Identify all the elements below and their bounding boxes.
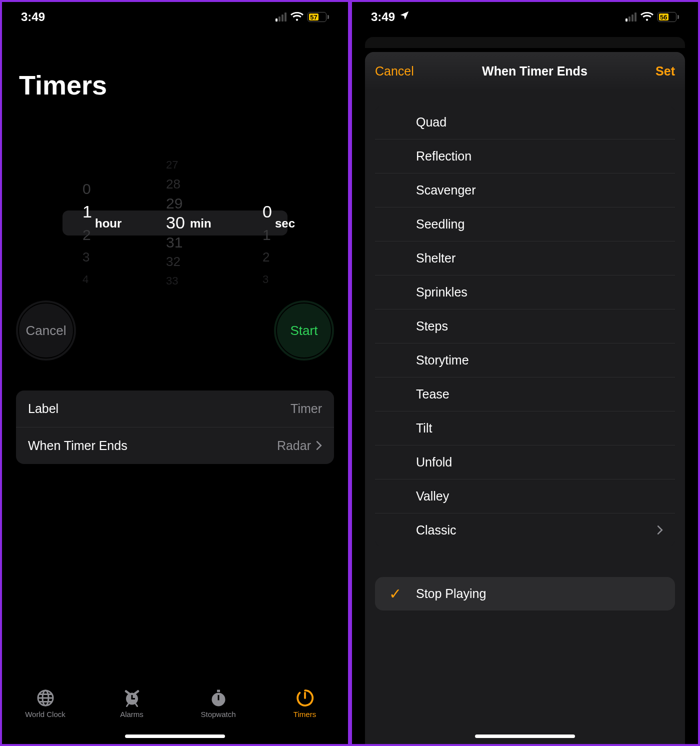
tab-timers[interactable]: Timers — [275, 689, 335, 718]
page-title: Timers — [19, 70, 340, 100]
check-icon: ✓ — [389, 585, 402, 602]
picker-hours-column[interactable]: 0 1 2 3 4 hour — [40, 156, 130, 290]
svg-line-8 — [126, 692, 129, 694]
status-bar: 3:49 56 — [360, 2, 690, 32]
signal-icon — [626, 12, 636, 22]
tab-bar: World Clock Alarms Stopwatch Timers — [2, 684, 348, 744]
svg-line-10 — [126, 704, 128, 706]
home-indicator[interactable] — [475, 734, 575, 738]
start-button[interactable]: Start — [274, 300, 334, 360]
label-row-title: Label — [28, 402, 58, 416]
svg-rect-7 — [131, 698, 135, 700]
svg-line-9 — [135, 692, 138, 694]
sound-option-shelter[interactable]: Shelter — [375, 242, 675, 276]
wifi-icon — [290, 10, 304, 24]
sound-option-tilt[interactable]: Tilt — [375, 412, 675, 446]
modal-set-button[interactable]: Set — [656, 64, 675, 78]
ends-row-title: When Timer Ends — [28, 438, 128, 453]
signal-icon — [276, 12, 286, 22]
sound-option-classic[interactable]: Classic — [375, 514, 675, 547]
tab-world-clock[interactable]: World Clock — [16, 689, 76, 718]
duration-picker[interactable]: 0 1 2 3 4 hour 27 28 29 30 31 32 33 min — [22, 156, 328, 290]
label-row-value: Timer — [290, 402, 322, 416]
timer-icon — [296, 689, 314, 707]
picker-hours-value: 1 — [82, 200, 92, 224]
tab-stopwatch[interactable]: Stopwatch — [188, 689, 248, 718]
picker-minutes-label: min — [190, 216, 212, 230]
sound-option-reflection[interactable]: Reflection — [375, 140, 675, 174]
location-icon — [399, 10, 410, 24]
cancel-button[interactable]: Cancel — [16, 300, 76, 360]
battery-icon: 56 — [658, 12, 679, 22]
battery-icon: 57 — [308, 12, 329, 22]
sound-option-unfold[interactable]: Unfold — [375, 446, 675, 480]
picker-seconds-column[interactable]: 0 1 2 3 sec — [220, 156, 310, 290]
sound-option-steps[interactable]: Steps — [375, 310, 675, 344]
sound-option-storytime[interactable]: Storytime — [375, 344, 675, 378]
svg-line-11 — [136, 704, 137, 706]
tab-alarms[interactable]: Alarms — [102, 689, 162, 718]
sheet-background-layer — [365, 37, 685, 48]
picker-hours-label: hour — [95, 216, 122, 230]
stop-playing-section: ✓ Stop Playing — [375, 577, 675, 610]
status-time: 3:49 — [21, 10, 45, 24]
wifi-icon — [640, 10, 654, 24]
sound-option-scavenger[interactable]: Scavenger — [375, 174, 675, 208]
stop-playing-option[interactable]: ✓ Stop Playing — [375, 577, 675, 610]
status-time: 3:49 — [371, 10, 395, 24]
modal-title: When Timer Ends — [482, 64, 588, 78]
modal-cancel-button[interactable]: Cancel — [375, 64, 414, 78]
ends-row-value: Radar — [277, 438, 311, 453]
home-indicator[interactable] — [125, 734, 225, 738]
svg-rect-14 — [218, 695, 219, 700]
sound-option-quad[interactable]: Quad — [375, 106, 675, 140]
sound-option-valley[interactable]: Valley — [375, 480, 675, 514]
sound-list: Quad Reflection Scavenger Seedling Shelt… — [375, 106, 675, 547]
label-row[interactable]: Label Timer — [16, 390, 334, 428]
chevron-right-icon — [316, 438, 322, 453]
svg-rect-13 — [217, 690, 220, 692]
picker-minutes-column[interactable]: 27 28 29 30 31 32 33 min — [130, 156, 220, 290]
sound-option-tease[interactable]: Tease — [375, 378, 675, 412]
when-timer-ends-modal: Cancel When Timer Ends Set Quad Reflecti… — [365, 52, 685, 744]
picker-minutes-value: 30 — [166, 213, 185, 234]
alarm-icon — [123, 689, 141, 707]
sound-option-seedling[interactable]: Seedling — [375, 208, 675, 242]
picker-seconds-value: 0 — [262, 200, 272, 224]
status-bar: 3:49 57 — [10, 2, 340, 32]
sound-option-sprinkles[interactable]: Sprinkles — [375, 276, 675, 310]
picker-seconds-label: sec — [275, 216, 295, 230]
modal-header: Cancel When Timer Ends Set — [365, 52, 685, 90]
when-timer-ends-row[interactable]: When Timer Ends Radar — [16, 428, 334, 464]
chevron-right-icon — [657, 523, 663, 538]
phone-right-sound-picker: 3:49 56 Cancel When Timer Ends Set Quad — [350, 0, 700, 746]
phone-left-timers: 3:49 57 Timers 0 1 2 3 4 hour — [0, 0, 350, 746]
globe-icon — [36, 689, 54, 707]
timer-settings-card: Label Timer When Timer Ends Radar — [16, 390, 334, 464]
stopwatch-icon — [210, 689, 228, 707]
